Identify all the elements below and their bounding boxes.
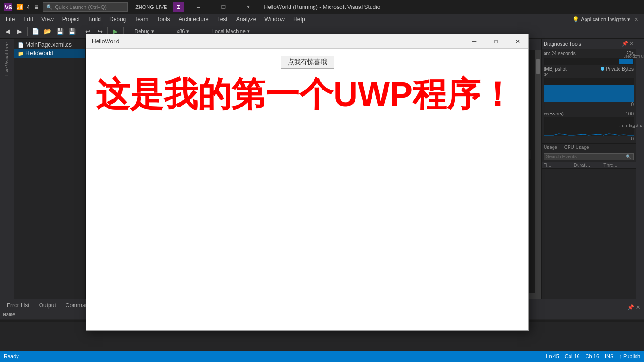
toolbar-save-btn[interactable]: 💾 [54, 26, 66, 37]
explorer-item-mainpage[interactable]: 📄 MainPage.xaml.cs [14, 41, 85, 49]
app-insights-close-icon[interactable]: ✕ [634, 16, 638, 23]
mem-high: 34 [544, 72, 549, 77]
timeline-bar [544, 58, 634, 65]
diag-duration-row: on: 24 seconds 20s [542, 49, 636, 58]
search-icon: 🔍 [46, 4, 53, 10]
toolbar-forward-btn[interactable]: ▶ [14, 26, 25, 37]
restore-button[interactable]: ❐ [213, 0, 234, 14]
folder-icon: 📁 [18, 51, 24, 56]
app-insights-label: Application Insights [581, 16, 626, 22]
diag-mem-low: 0 [544, 102, 634, 107]
status-bar: Ready Ln 45 Col 16 Ch 16 INS ↑ Publish [0, 351, 644, 362]
menu-team[interactable]: Team [131, 14, 152, 25]
explorer-item-label: MainPage.xaml.cs [25, 41, 72, 48]
solution-explorer-tab[interactable]: Solution Explorer [622, 53, 644, 60]
bottom-panel-controls: 📌 ✕ [626, 304, 642, 311]
toolbar-save-all-btn[interactable]: 💾 [66, 26, 78, 37]
menu-help[interactable]: Help [289, 14, 309, 25]
menu-edit[interactable]: Edit [19, 14, 37, 25]
col-ti: Ti... [544, 163, 574, 168]
toolbar-sep2 [80, 27, 80, 36]
app-button-label: 点我有惊喜哦 [288, 58, 327, 66]
memory-chart [544, 78, 634, 102]
toolbar-open-btn[interactable]: 📂 [42, 26, 53, 37]
explorer-item-helloworld[interactable]: 📁 HelloWorld [14, 49, 85, 58]
col-thread: Thre... [603, 163, 634, 168]
menu-build[interactable]: Build [84, 14, 105, 25]
menu-project[interactable]: Project [58, 14, 83, 25]
app-minimize-btn[interactable]: ─ [463, 34, 485, 49]
quick-launch-search[interactable]: 🔍 Quick Launch (Ctrl+Q) [43, 2, 128, 12]
app-content: 点我有惊喜哦 这是我的第一个UWP程序！！ [86, 49, 528, 330]
far-right-sidebar: Solution Explorer Live Property Explorer [636, 39, 644, 299]
bottom-close-btn[interactable]: ✕ [636, 304, 640, 311]
status-publish[interactable]: ↑ Publish [619, 354, 640, 359]
app-surprise-button[interactable]: 点我有惊喜哦 [281, 56, 334, 69]
vs-logo: VS [4, 3, 12, 11]
live-property-explorer-tab[interactable]: Live Property Explorer [617, 123, 644, 129]
menu-test[interactable]: Test [214, 14, 231, 25]
app-insights-bar[interactable]: 💡 Application Insights ▾ ✕ [569, 16, 642, 23]
code-scrollbar[interactable] [535, 50, 541, 293]
window-title: HelloWorld (Running) - Microsoft Visual … [264, 4, 380, 10]
diag-memory-header: (MB) pshot Private Bytes [544, 66, 634, 72]
status-ins: INS [605, 354, 613, 359]
diag-search-box[interactable]: Search Events 🔍 [544, 153, 634, 160]
col-duration: Durati... [574, 163, 604, 168]
diag-pin-btn[interactable]: 📌 [622, 41, 628, 47]
menu-debug[interactable]: Debug [106, 14, 130, 25]
diag-private-label: Private Bytes [601, 66, 634, 72]
menu-file[interactable]: File [2, 14, 18, 25]
live-visual-tree-tab[interactable]: Live Visual Tree [3, 41, 10, 78]
user-avatar: Z [173, 2, 184, 12]
diagnostics-title: Diagnostic Tools [544, 41, 581, 47]
diag-header-buttons: 📌 ✕ [622, 41, 634, 47]
quick-launch-label: Quick Launch (Ctrl+Q) [55, 4, 107, 10]
diag-cpu-high: 100 [626, 111, 634, 116]
app-close-btn[interactable]: ✕ [507, 34, 528, 49]
status-ch: Ch 16 [586, 354, 599, 359]
app-title-bar: HelloWorld ─ □ ✕ [86, 34, 528, 49]
explorer-panel: 📄 MainPage.xaml.cs 📁 HelloWorld [14, 39, 86, 299]
menu-architecture[interactable]: Architecture [175, 14, 213, 25]
diag-events-label: Usage CPU Usage [542, 144, 636, 151]
toolbar-back-btn[interactable]: ◀ [2, 26, 13, 37]
diag-table-header: Ti... Durati... Thre... [542, 162, 636, 169]
scrollbar-thumb[interactable] [536, 59, 540, 74]
app-win-buttons: ─ □ ✕ [463, 34, 528, 49]
memory-fill [544, 85, 634, 102]
diag-cpu-low: 0 [544, 136, 634, 141]
app-insights-dropdown-icon: ▾ [627, 16, 630, 23]
status-ln: Ln 45 [546, 354, 559, 359]
minimize-button[interactable]: ─ [188, 0, 209, 14]
menu-view[interactable]: View [38, 14, 58, 25]
diag-processors-label: ccessors) [544, 111, 564, 116]
bottom-pin-btn[interactable]: 📌 [627, 304, 634, 311]
app-restore-btn[interactable]: □ [485, 34, 507, 49]
menu-window[interactable]: Window [261, 14, 289, 25]
menu-analyze[interactable]: Analyze [232, 14, 260, 25]
title-bar: VS 📶 4 🖥 HelloWorld (Running) - Microsof… [0, 0, 644, 14]
menu-tools[interactable]: Tools [153, 14, 174, 25]
tab-output[interactable]: Output [34, 300, 61, 311]
diag-cpu-usage-label: CPU Usage [564, 145, 589, 150]
diag-search-icon[interactable]: 🔍 [626, 154, 631, 159]
status-right: Ln 45 Col 16 Ch 16 INS ↑ Publish [546, 354, 640, 359]
app-window-title: HelloWorld [92, 38, 119, 45]
diagnostics-header: Diagnostic Tools 📌 ✕ [542, 39, 636, 49]
cpu-low: 0 [631, 136, 634, 141]
user-name: ZHONG-LIVE [135, 4, 167, 10]
private-bytes-text: Private Bytes [606, 66, 634, 72]
close-button[interactable]: ✕ [238, 0, 259, 14]
toolbar-new-btn[interactable]: 📄 [30, 26, 41, 37]
diag-mem-scale: 34 [544, 72, 634, 77]
file-icon: 📄 [18, 42, 24, 48]
diag-close-btn[interactable]: ✕ [629, 41, 634, 47]
tab-error-list[interactable]: Error List [2, 300, 34, 311]
diag-usage-label: Usage [544, 145, 557, 150]
explorer-item-label-hw: HelloWorld [25, 50, 53, 57]
status-col: Col 16 [565, 354, 580, 359]
app-main-text: 这是我的第一个UWP程序！！ [96, 72, 528, 117]
diag-memory-label: (MB) pshot [544, 66, 567, 72]
title-bar-signal-icon: 📶 [16, 4, 23, 10]
